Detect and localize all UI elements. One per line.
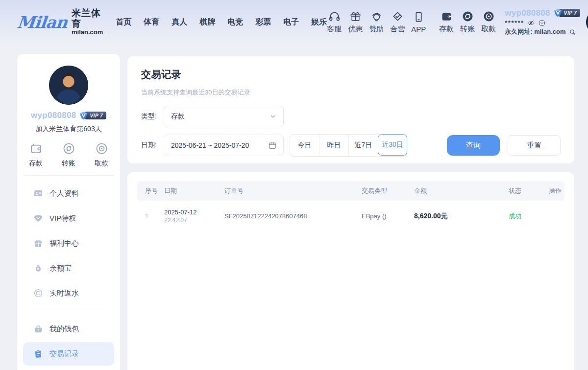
user-line-name: wyp080808 VIP 7 (505, 8, 580, 18)
quick-action-label: 存款 (29, 159, 43, 168)
sidebar-item-label: 实时返水 (49, 289, 79, 298)
page-subtitle: 当前系统支持查询最近30日的交易记录 (141, 88, 561, 97)
sidebar-item-money-bag[interactable]: 余额宝 (23, 256, 114, 280)
headset-icon (328, 10, 341, 23)
range-button-4[interactable]: 近30日 (378, 134, 407, 156)
quicklink-label: 转账 (460, 24, 475, 34)
sidebar-item-label: 交易记录 (49, 349, 79, 359)
quicklink-wallet-filled[interactable]: 存款 (439, 10, 454, 34)
eye-off-icon[interactable] (527, 19, 535, 27)
quicklink-trophy[interactable]: 赞助 (369, 10, 384, 34)
quicklink-gift[interactable]: 优惠 (348, 10, 363, 34)
nav-item-6[interactable]: 彩票 (255, 17, 271, 27)
nav-item-3[interactable]: 真人 (172, 17, 187, 27)
vip-shield-icon (553, 8, 563, 18)
quick-action-label: 取款 (95, 159, 108, 168)
date-filter-row: 日期: 2025-06-21 ~ 2025-07-20 今日昨日近7日近30日 … (141, 134, 561, 157)
sidebar-item-label: VIP特权 (49, 214, 76, 223)
table-body: 12025-07-1222:42:07SF2025071222420786074… (137, 201, 564, 231)
nav-item-1[interactable]: 首页 (116, 17, 131, 27)
navbar: Milan 米兰体育 milan.com 首页体育真人棋牌电竞彩票电子娱乐 客服… (0, 0, 588, 44)
row-date-time: 22:42:07 (164, 217, 224, 224)
type-select[interactable]: 存款 (164, 106, 284, 127)
logo-text: 米兰体育 milan.com (72, 8, 103, 37)
logo-domain: milan.com (72, 29, 103, 36)
row-order-no: SF202507122242078607468 (224, 212, 362, 220)
site-logo[interactable]: Milan 米兰体育 milan.com (17, 8, 103, 37)
chevron-down-icon (269, 113, 277, 120)
quicklink-label: 取款 (481, 24, 496, 34)
sidebar-item-clipboard[interactable]: 交易记录 (23, 342, 114, 366)
nav-item-8[interactable]: 娱乐 (311, 17, 327, 27)
quicklink-headset[interactable]: 客服 (327, 10, 342, 34)
type-filter-row: 类型: 存款 (141, 106, 561, 127)
quicklink-coin-filled[interactable]: 取款 (481, 10, 496, 34)
transfer-filled-icon (462, 10, 474, 23)
quicklink-label: 存款 (439, 24, 454, 34)
sidebar-menu: 个人资料VIP特权福利中心余额宝实时返水我的钱包交易记录 (17, 176, 120, 370)
id-card-icon (33, 188, 43, 198)
table-header-cell: 状态 (509, 186, 549, 195)
quicklink-label: 优惠 (348, 24, 363, 34)
nav-item-2[interactable]: 体育 (144, 17, 159, 27)
main-content: 交易记录 当前系统支持查询最近30日的交易记录 类型: 存款 日期: 2025-… (127, 56, 574, 370)
reset-button[interactable]: 重置 (508, 135, 561, 156)
sidebar-item-label: 余额宝 (49, 264, 72, 273)
table-header-row: 序号日期订单号交易类型金额状态操作 (137, 181, 564, 201)
sidebar: wyp080808 VIP 7 加入米兰体育第603天 存款转账取款 个人资料V… (17, 54, 120, 370)
table-row: 12025-07-1222:42:07SF2025071222420786074… (137, 201, 564, 231)
sidebar-item-gift-solid[interactable]: 福利中心 (23, 231, 114, 255)
wallet-filled-icon (441, 10, 453, 23)
table-header-cell: 金额 (414, 186, 509, 195)
quicklink-handshake[interactable]: 合营 (390, 10, 405, 34)
coin-filled-icon (483, 10, 495, 23)
user-line-url: 永久网址: milan.com (505, 28, 580, 36)
nav-item-4[interactable]: 棋牌 (199, 17, 215, 27)
quicklink-label: APP (411, 25, 426, 33)
range-button-1[interactable]: 今日 (290, 135, 319, 156)
quicklink-phone[interactable]: APP (411, 11, 426, 33)
coin-outline-icon (95, 142, 108, 155)
quicklink-transfer-filled[interactable]: 转账 (460, 10, 475, 34)
sidebar-item-gem[interactable]: VIP特权 (23, 207, 114, 230)
quick-action-coin-outline[interactable]: 取款 (95, 142, 108, 168)
user-avatar[interactable] (586, 10, 588, 34)
sidebar-username: wyp080808 (31, 111, 76, 120)
sidebar-item-id-card[interactable]: 个人资料 (23, 182, 114, 205)
rebate-icon (33, 288, 43, 298)
row-status: 成功 (509, 212, 549, 221)
range-button-3[interactable]: 近7日 (349, 135, 378, 156)
quick-range-group: 今日昨日近7日近30日 (290, 134, 407, 157)
masked-balance: ****** (505, 20, 524, 27)
sidebar-item-rebate[interactable]: 实时返水 (23, 281, 114, 305)
gift-icon (349, 10, 362, 23)
range-button-2[interactable]: 昨日 (319, 135, 349, 156)
phone-icon (413, 11, 425, 23)
row-date: 2025-07-1222:42:07 (164, 208, 224, 224)
nav-item-7[interactable]: 电子 (283, 17, 299, 27)
sidebar-item-purse[interactable]: 我的钱包 (23, 317, 114, 341)
sidebar-quick-actions: 存款转账取款 (17, 134, 120, 175)
filter-card: 交易记录 当前系统支持查询最近30日的交易记录 类型: 存款 日期: 2025-… (127, 56, 574, 163)
type-label: 类型: (141, 112, 164, 121)
logo-name-cn: 米兰体育 (72, 8, 103, 29)
logo-script-text: Milan (16, 14, 68, 30)
date-range-input[interactable]: 2025-06-21 ~ 2025-07-20 (164, 135, 284, 156)
trophy-icon (370, 10, 383, 23)
sidebar-item-label: 福利中心 (49, 239, 79, 248)
nav-item-5[interactable]: 电竞 (227, 17, 243, 27)
magnifier-icon[interactable] (569, 28, 576, 36)
sidebar-item-label: 我的钱包 (49, 324, 79, 334)
table-header-cell: 订单号 (224, 186, 362, 195)
circle-chevron-icon[interactable] (538, 19, 546, 27)
clipboard-icon (33, 349, 43, 359)
gift-solid-icon (33, 238, 43, 248)
quicklink-label: 客服 (327, 24, 342, 34)
table-header-cell: 操作 (549, 186, 564, 195)
handshake-icon (392, 10, 404, 23)
quick-action-transfer-outline[interactable]: 转账 (62, 142, 75, 168)
row-index: 1 (137, 212, 164, 220)
search-button[interactable]: 查询 (447, 135, 500, 156)
sidebar-user-row: wyp080808 VIP 7 (17, 111, 120, 120)
quick-action-wallet-outline[interactable]: 存款 (29, 142, 43, 168)
